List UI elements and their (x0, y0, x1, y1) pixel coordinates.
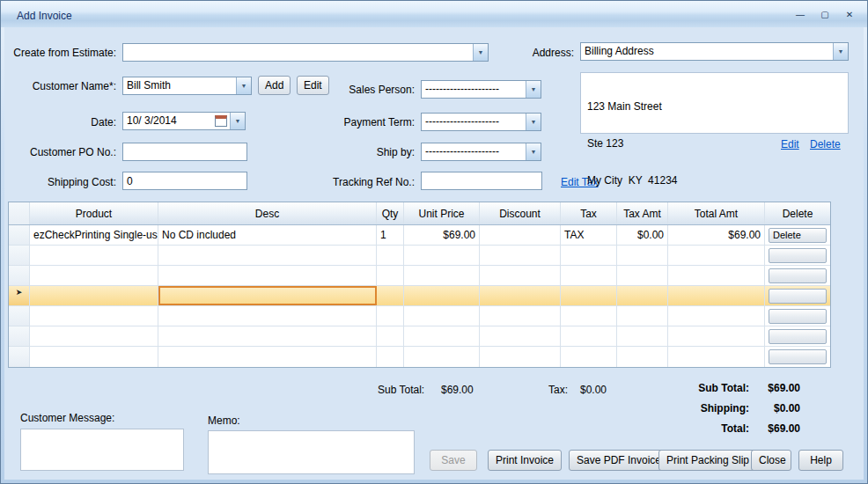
address-edit-link[interactable]: Edit (781, 138, 799, 150)
payment-term-dropdown[interactable]: --------------------- ▼ (421, 113, 541, 131)
cell-tax[interactable] (561, 347, 617, 367)
cell-tax[interactable]: TAX (561, 225, 617, 245)
save-pdf-invoice-button[interactable]: Save PDF Invoice (569, 450, 669, 471)
address-line-2: Ste 123 (587, 137, 842, 150)
row-delete-button[interactable] (769, 349, 827, 364)
cell-desc-selected[interactable] (158, 286, 377, 305)
cell-total-amt[interactable] (668, 326, 765, 346)
cell-qty[interactable] (377, 306, 404, 326)
row-selector-arrow-icon[interactable]: ➤ (9, 286, 30, 305)
cell-discount[interactable] (480, 347, 561, 367)
cell-qty[interactable] (377, 266, 404, 285)
cell-product[interactable] (30, 326, 158, 346)
close-button[interactable]: Close (751, 450, 791, 471)
cell-total-amt[interactable] (668, 266, 765, 285)
customer-name-dropdown[interactable]: Bill Smith ▼ (122, 77, 252, 95)
row-delete-button[interactable] (769, 268, 827, 283)
add-invoice-window: Add Invoice — ▢ ✕ Create from Estimate: … (0, 0, 868, 484)
cell-total-amt[interactable] (668, 347, 765, 367)
sales-person-dropdown[interactable]: --------------------- ▼ (421, 80, 541, 99)
tracking-ref-input[interactable] (421, 172, 542, 190)
cell-product[interactable] (30, 266, 158, 285)
cell-qty[interactable] (377, 347, 404, 367)
cell-desc[interactable] (158, 347, 377, 367)
cell-product[interactable] (30, 286, 158, 305)
shipping-cost-input[interactable] (122, 172, 247, 190)
cell-tax[interactable] (561, 306, 617, 326)
customer-po-input[interactable] (122, 143, 247, 161)
help-button[interactable]: Help (798, 450, 843, 471)
cell-desc[interactable] (158, 326, 377, 346)
cell-tax-amt[interactable] (617, 306, 668, 326)
address-delete-link[interactable]: Delete (810, 138, 841, 150)
row-selector[interactable] (9, 347, 30, 367)
cell-qty[interactable] (377, 286, 404, 305)
cell-total-amt[interactable] (668, 306, 765, 326)
cell-product[interactable] (30, 347, 158, 367)
cell-desc[interactable] (158, 306, 377, 326)
address-type-dropdown[interactable]: Billing Address ▼ (580, 42, 849, 61)
row-selector[interactable] (9, 326, 30, 346)
cell-total-amt[interactable] (668, 246, 765, 265)
cell-total-amt[interactable] (668, 286, 765, 305)
cell-qty[interactable]: 1 (377, 225, 404, 245)
header-tax: Tax (561, 202, 617, 224)
cell-tax-amt[interactable] (617, 246, 668, 265)
minimize-icon[interactable]: — (793, 8, 807, 20)
cell-discount[interactable] (480, 306, 561, 326)
cell-desc[interactable] (158, 266, 377, 285)
create-from-estimate-dropdown[interactable]: ▼ (122, 43, 489, 62)
cell-unit-price[interactable] (404, 326, 480, 346)
payment-term-label: Payment Term: (291, 116, 415, 128)
cell-tax[interactable] (561, 326, 617, 346)
cell-tax-amt[interactable] (617, 347, 668, 367)
cell-product[interactable] (30, 306, 158, 326)
cell-unit-price[interactable] (404, 347, 480, 367)
cell-unit-price[interactable] (404, 266, 480, 285)
cell-qty[interactable] (377, 326, 404, 346)
cell-total-amt[interactable]: $69.00 (668, 225, 765, 245)
tax-value: $0.00 (580, 384, 607, 396)
memo-input[interactable] (208, 430, 415, 474)
cell-discount[interactable] (480, 225, 561, 245)
cell-discount[interactable] (480, 266, 561, 285)
customer-message-input[interactable] (20, 429, 184, 471)
row-delete-button[interactable]: Delete (769, 228, 827, 243)
cell-tax[interactable] (561, 266, 617, 285)
cell-product[interactable]: ezCheckPrinting Single-us... (30, 225, 158, 245)
cell-discount[interactable] (480, 286, 561, 305)
add-customer-button[interactable]: Add (258, 76, 291, 95)
cell-tax-amt[interactable] (617, 286, 668, 305)
tax-label: Tax: (548, 384, 568, 396)
row-selector[interactable] (9, 306, 30, 326)
cell-qty[interactable] (377, 246, 404, 265)
row-selector[interactable] (9, 246, 30, 265)
cell-discount[interactable] (480, 246, 561, 265)
cell-unit-price[interactable] (404, 306, 480, 326)
maximize-icon[interactable]: ▢ (818, 8, 832, 20)
date-picker[interactable]: 10/ 3/2014 ▼ (122, 112, 246, 130)
cell-desc[interactable] (158, 246, 377, 265)
cell-tax[interactable] (561, 246, 617, 265)
save-button[interactable]: Save (430, 450, 477, 471)
row-delete-button[interactable] (769, 248, 827, 263)
cell-discount[interactable] (480, 326, 561, 346)
cell-tax-amt[interactable] (617, 266, 668, 285)
row-delete-button[interactable] (769, 289, 827, 304)
row-selector[interactable] (9, 225, 30, 245)
cell-unit-price[interactable] (404, 286, 480, 305)
ship-by-dropdown[interactable]: --------------------- ▼ (421, 143, 541, 161)
row-selector[interactable] (9, 266, 30, 285)
close-icon[interactable]: ✕ (842, 8, 857, 20)
print-invoice-button[interactable]: Print Invoice (488, 450, 562, 471)
cell-product[interactable] (30, 246, 158, 265)
cell-unit-price[interactable] (404, 246, 480, 265)
row-delete-button[interactable] (769, 329, 827, 344)
cell-unit-price[interactable]: $69.00 (404, 225, 480, 245)
row-delete-button[interactable] (769, 309, 827, 324)
cell-desc[interactable]: No CD included (158, 225, 377, 245)
cell-tax[interactable] (561, 286, 617, 305)
print-packing-slip-button[interactable]: Print Packing Slip (658, 450, 757, 471)
cell-tax-amt[interactable]: $0.00 (617, 225, 668, 245)
cell-tax-amt[interactable] (617, 326, 668, 346)
